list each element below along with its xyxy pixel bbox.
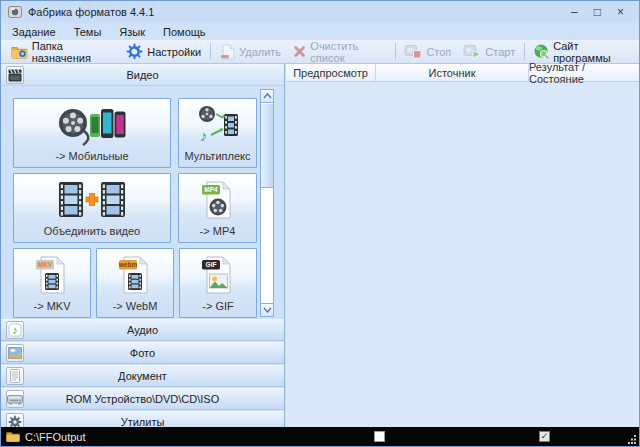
minimize-button[interactable]: – xyxy=(571,6,578,18)
website-button[interactable]: Сайт программы xyxy=(528,41,635,63)
disc-drive-icon xyxy=(6,390,24,408)
chevron-down-icon xyxy=(263,307,272,313)
delete-icon xyxy=(220,44,235,60)
status-bar: C:\FFOutput ✓ xyxy=(1,427,639,446)
menu-themes[interactable]: Темы xyxy=(74,26,102,38)
folder-icon xyxy=(11,44,28,59)
menu-bar: Задание Темы Язык Помощь xyxy=(1,23,639,40)
svg-text:♪: ♪ xyxy=(12,324,18,336)
clear-list-label: Очистить список xyxy=(310,40,385,64)
column-header-result[interactable]: Результат / Состояние xyxy=(529,64,639,81)
globe-icon xyxy=(534,43,549,60)
video-to-gif-label: -> GIF xyxy=(180,300,256,317)
settings-button[interactable]: Настройки xyxy=(120,41,207,63)
mux-icon: ♪ xyxy=(197,105,239,145)
stop-icon xyxy=(404,44,422,59)
start-label: Старт xyxy=(485,46,515,58)
dest-folder-label: Папка назначения xyxy=(32,40,114,64)
section-document-label: Документ xyxy=(1,370,284,382)
svg-text:MP4: MP4 xyxy=(204,186,218,193)
mobile-devices-icon xyxy=(57,104,127,146)
section-rom-device[interactable]: ROM Устройство\DVD\CD\ISO xyxy=(1,388,284,410)
video-join-button[interactable]: Объединить видео xyxy=(13,173,171,243)
join-video-icon xyxy=(59,180,125,220)
menu-task[interactable]: Задание xyxy=(12,26,56,38)
resize-grip-icon[interactable] xyxy=(627,434,637,444)
section-utilities[interactable]: Утилиты xyxy=(1,411,284,427)
svg-text:webm: webm xyxy=(118,261,138,268)
start-icon xyxy=(463,44,481,59)
column-header-source[interactable]: Источник xyxy=(376,64,529,81)
task-table-body[interactable] xyxy=(286,82,639,427)
column-header-preview[interactable]: Предпросмотр xyxy=(286,64,376,81)
clear-list-button[interactable]: Очистить список xyxy=(287,41,391,63)
video-grid-scrollbar[interactable] xyxy=(260,89,274,317)
toolbar-separator xyxy=(210,43,211,60)
video-to-webm-button[interactable]: webm -> WebM xyxy=(96,248,174,318)
output-folder-icon xyxy=(6,431,20,442)
delete-label: Удалить xyxy=(239,46,281,58)
output-path[interactable]: C:\FFOutput xyxy=(25,431,86,443)
task-table-header: Предпросмотр Источник Результат / Состоя… xyxy=(286,64,639,82)
video-join-label: Объединить видео xyxy=(14,225,170,242)
section-document[interactable]: Документ xyxy=(1,365,284,387)
title-bar: Фабрика форматов 4.4.1 – □ × xyxy=(1,1,639,23)
photo-icon xyxy=(6,344,24,362)
scroll-down-button[interactable] xyxy=(261,303,273,316)
toolbar-separator xyxy=(395,43,396,60)
gif-file-icon: GIF xyxy=(200,254,236,296)
menu-language[interactable]: Язык xyxy=(119,26,145,38)
app-window: Фабрика форматов 4.4.1 – □ × Задание Тем… xyxy=(0,0,640,447)
svg-text:GIF: GIF xyxy=(206,261,217,268)
video-to-webm-label: -> WebM xyxy=(97,300,173,317)
maximize-button[interactable]: □ xyxy=(594,6,601,18)
webm-file-icon: webm xyxy=(117,254,153,296)
gear-icon xyxy=(126,43,143,60)
app-icon xyxy=(8,5,22,19)
section-photo[interactable]: Фото xyxy=(1,342,284,364)
document-icon xyxy=(6,367,24,385)
music-note-icon: ♪ xyxy=(6,321,24,339)
stop-label: Стоп xyxy=(426,46,451,58)
section-audio[interactable]: ♪ Аудио xyxy=(1,319,284,341)
settings-label: Настройки xyxy=(147,46,201,58)
menu-help[interactable]: Помощь xyxy=(163,26,206,38)
mkv-file-icon: MKV xyxy=(34,254,70,296)
clear-icon xyxy=(293,44,306,59)
section-video-header[interactable]: Видео xyxy=(1,64,284,86)
scrollbar-thumb[interactable] xyxy=(261,104,273,188)
start-button[interactable]: Старт xyxy=(457,41,521,63)
svg-text:♪: ♪ xyxy=(200,127,208,144)
video-options-grid: -> Мобильные ♪ xyxy=(1,87,284,319)
window-title: Фабрика форматов 4.4.1 xyxy=(28,6,154,18)
video-to-gif-button[interactable]: GIF -> GIF xyxy=(179,248,257,318)
clapperboard-icon xyxy=(6,66,24,84)
section-audio-label: Аудио xyxy=(1,324,284,336)
category-accordion: ♪ Аудио Фото xyxy=(1,319,284,427)
dest-folder-button[interactable]: Папка назначения xyxy=(5,41,120,63)
video-to-mkv-button[interactable]: MKV -> MKV xyxy=(13,248,91,318)
mp4-file-icon: MP4 xyxy=(200,179,236,221)
video-to-mp4-label: -> MP4 xyxy=(179,225,256,242)
close-button[interactable]: × xyxy=(617,6,624,18)
stop-button[interactable]: Стоп xyxy=(398,41,457,63)
video-mux-button[interactable]: ♪ xyxy=(178,98,257,168)
section-rom-label: ROM Устройство\DVD\CD\ISO xyxy=(1,393,284,405)
svg-text:MKV: MKV xyxy=(38,261,53,268)
section-video-label: Видео xyxy=(1,69,284,81)
chevron-up-icon xyxy=(263,93,272,99)
video-mux-label: Мультиплекс xyxy=(179,150,256,167)
main-area: Видео xyxy=(1,64,639,427)
section-photo-label: Фото xyxy=(1,347,284,359)
scroll-up-button[interactable] xyxy=(261,90,273,103)
status-checkbox-unchecked[interactable] xyxy=(374,431,385,442)
video-to-mp4-button[interactable]: MP4 -> MP4 xyxy=(178,173,257,243)
section-utilities-label: Утилиты xyxy=(1,416,284,427)
toolbar-separator xyxy=(524,43,525,60)
tools-gear-icon xyxy=(6,413,24,427)
status-checkbox-checked[interactable]: ✓ xyxy=(539,431,550,442)
task-list-panel: Предпросмотр Источник Результат / Состоя… xyxy=(286,64,639,427)
video-to-mobile-button[interactable]: -> Мобильные xyxy=(13,98,171,168)
delete-button[interactable]: Удалить xyxy=(214,41,287,63)
category-panel: Видео xyxy=(1,64,285,427)
